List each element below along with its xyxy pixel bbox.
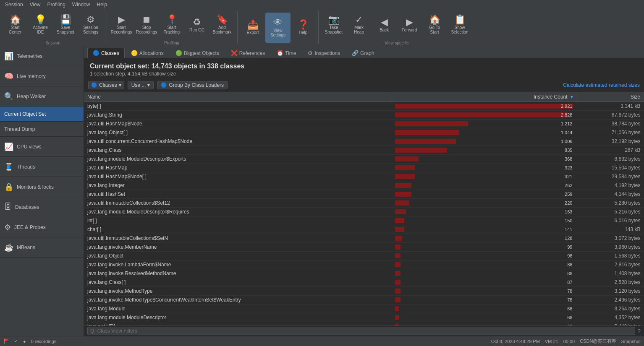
take-snapshot-icon: 📷 — [328, 15, 340, 24]
export-button[interactable]: 📤 Export — [240, 13, 265, 43]
table-row[interactable]: java.util.ImmutableCollections$SetN 128 … — [84, 234, 644, 243]
session-settings-button[interactable]: ⚙ SessionSettings — [78, 10, 103, 40]
tab-time[interactable]: ⏰ Time — [271, 48, 301, 58]
go-to-start-icon: 🏠 — [429, 15, 440, 24]
table-row[interactable]: java.util.HashMap$Node 1,212 38,784 byte… — [84, 120, 644, 128]
tab-inspections[interactable]: ⚙ Inspections — [302, 48, 346, 58]
table-row[interactable]: java.util.HashMap$Node[ ] 321 29,584 byt… — [84, 172, 644, 181]
row-size-cell: 3,072 bytes — [576, 234, 644, 243]
row-name-cell: java.lang.Module — [84, 304, 392, 313]
sidebar-item-telemetries[interactable]: 📊 Telemetries — [0, 46, 84, 66]
sidebar-current-object-set-label: Current Object Set — [4, 111, 46, 117]
table-row[interactable]: java.lang.module.ModuleDescriptor$Export… — [84, 155, 644, 164]
menu-window[interactable]: Window — [69, 2, 94, 8]
table-row[interactable]: char[ ] 141 143 kB — [84, 225, 644, 234]
table-row[interactable]: byte[ ] 2,921 3,341 kB — [84, 102, 644, 111]
table-row[interactable]: java.lang.String 2,828 67,872 bytes — [84, 111, 644, 120]
run-gc-button[interactable]: ♻ Run GC — [184, 10, 209, 40]
classes-select-icon: 🔵 — [91, 82, 97, 88]
sidebar-item-current-object-set[interactable]: Current Object Set — [0, 107, 84, 122]
row-name-cell: java.lang.invoke.MemberName — [84, 243, 392, 252]
start-recordings-button[interactable]: ▶ StartRecordings — [109, 10, 134, 40]
sidebar-item-databases[interactable]: 🗄 Databases — [0, 197, 84, 217]
sidebar-item-mbeans[interactable]: ☕ MBeans — [0, 237, 84, 258]
row-count-cell: 1,006 — [392, 137, 576, 146]
start-tracking-button[interactable]: 📍 StartTracking — [159, 10, 184, 40]
col-size-header[interactable]: Size — [576, 92, 644, 102]
start-tracking-label: StartTracking — [164, 25, 180, 34]
summary-title: Current object set: 14,743 objects in 33… — [90, 62, 638, 70]
table-row[interactable]: java.lang.Object 98 1,568 bytes — [84, 252, 644, 260]
activate-ide-button[interactable]: 💡 ActivateIDE — [28, 10, 53, 40]
sidebar-item-threads[interactable]: 🧵 Threads — [0, 157, 84, 177]
menu-view[interactable]: View — [26, 2, 44, 8]
tab-allocations[interactable]: 🟡 Allocations — [126, 48, 169, 58]
table-row[interactable]: java.lang.invoke.LambdaForm$Name 88 2,81… — [84, 260, 644, 269]
show-selection-button[interactable]: 📋 ShowSelection — [447, 10, 472, 40]
sidebar-item-live-memory[interactable]: 🧠 Live memory — [0, 66, 84, 86]
data-table: Name Instance Count ▾ Size byte[ ] 2,921… — [84, 92, 644, 325]
table-row[interactable]: java.util.HashSet 259 4,144 bytes — [84, 190, 644, 199]
export-label: Export — [247, 30, 259, 35]
group-by-class-loaders-button[interactable]: 🔵 Group By Class Loaders — [157, 81, 228, 89]
table-row[interactable]: java.lang.module.ModuleDescriptor$Requir… — [84, 208, 644, 216]
start-center-button[interactable]: 🏠 StartCenter — [3, 10, 28, 40]
forward-button[interactable]: ▶ Forward — [397, 10, 422, 40]
table-row[interactable]: java.lang.Class[ ] 87 2,528 bytes — [84, 278, 644, 287]
table-row[interactable]: java.lang.invoke.MemberName 99 3,960 byt… — [84, 243, 644, 252]
save-snapshot-button[interactable]: 💾 SaveSnapshot — [53, 10, 78, 40]
table-row[interactable]: java.lang.Object[ ] 1,044 71,056 bytes — [84, 128, 644, 137]
row-name-cell: java.util.ImmutableCollections$Set12 — [84, 199, 392, 208]
sidebar-item-jee-probes[interactable]: ⚙ JEE & Probes — [0, 217, 84, 237]
monitors-locks-icon: 🔒 — [4, 182, 13, 192]
use-button[interactable]: Use ... ▾ — [128, 81, 154, 89]
tab-references[interactable]: ❌ References — [225, 48, 270, 58]
table-row[interactable]: java.util.HashMap 323 15,504 bytes — [84, 164, 644, 172]
calculate-retained-sizes-link[interactable]: Calculate estimated retained sizes — [563, 82, 640, 88]
row-count-cell: 1,044 — [392, 128, 576, 137]
take-snapshot-button[interactable]: 📷 TakeSnapshot — [321, 10, 346, 40]
table-row[interactable]: java.lang.Class 835 267 kB — [84, 146, 644, 155]
col-count-header[interactable]: Instance Count ▾ — [392, 92, 576, 102]
tab-graph[interactable]: 🔗 Graph — [346, 48, 380, 58]
table-row[interactable]: java.lang.Module 68 3,264 bytes — [84, 304, 644, 313]
menu-session[interactable]: Session — [2, 2, 26, 8]
table-row[interactable]: java.lang.Integer 262 4,192 bytes — [84, 181, 644, 190]
add-bookmark-button[interactable]: 🔖 AddBookmark — [209, 10, 235, 40]
stop-recordings-button[interactable]: ⏹ StopRecordings — [134, 10, 159, 40]
biggest-objects-tab-icon: 🟢 — [175, 50, 182, 56]
table-row[interactable]: java.util.concurrent.ConcurrentHashMap$N… — [84, 137, 644, 146]
back-button[interactable]: ◀ Back — [372, 10, 397, 40]
help-label: Help — [299, 30, 308, 35]
sidebar-item-cpu-views[interactable]: 📈 CPU views — [0, 137, 84, 157]
table-row[interactable]: java.lang.invoke.MethodType 78 3,120 byt… — [84, 287, 644, 296]
sidebar-item-monitors-locks[interactable]: 🔒 Monitors & locks — [0, 177, 84, 197]
row-count-cell: 835 — [392, 146, 576, 155]
status-datetime: Oct 8, 2023 4:48:29 PM — [491, 339, 540, 344]
sidebar-monitors-locks-label: Monitors & locks — [17, 184, 54, 190]
tab-time-label: Time — [285, 50, 296, 56]
table-row[interactable]: java.lang.invoke.MethodType$ConcurrentWe… — [84, 296, 644, 304]
sidebar-item-heap-walker[interactable]: 🔍 Heap Walker — [0, 86, 84, 107]
help-button[interactable]: ❓ Help — [291, 13, 316, 43]
mark-heap-button[interactable]: ✓ MarkHeap — [346, 10, 372, 40]
table-row[interactable]: int[ ] 150 6,016 bytes — [84, 216, 644, 225]
start-tracking-icon: 📍 — [166, 15, 178, 24]
filter-input[interactable] — [87, 327, 635, 335]
table-row[interactable]: java.lang.invoke.ResolvedMethodName 88 1… — [84, 269, 644, 278]
sidebar-item-thread-dump[interactable]: Thread Dump — [0, 122, 84, 137]
classes-select-arrow: ▾ — [119, 82, 121, 88]
tab-classes[interactable]: 🔵 Classes — [87, 48, 125, 58]
filter-help-icon[interactable]: ? — [638, 328, 641, 334]
classes-select[interactable]: 🔵 Classes ▾ — [88, 81, 124, 89]
menu-help[interactable]: Help — [94, 2, 111, 8]
table-row[interactable]: java.lang.module.ModuleDescriptor 68 4,3… — [84, 313, 644, 322]
tab-biggest-objects[interactable]: 🟢 Biggest Objects — [170, 48, 225, 58]
view-settings-button[interactable]: 👁 ViewSettings — [265, 13, 291, 43]
table-row[interactable]: java.net.URI 68 5,440 bytes — [84, 322, 644, 326]
go-to-start-button[interactable]: 🏠 Go ToStart — [422, 10, 447, 40]
group-class-loaders-icon: 🔵 — [161, 82, 167, 88]
table-row[interactable]: java.util.ImmutableCollections$Set12 220… — [84, 199, 644, 208]
col-name-header[interactable]: Name — [84, 92, 392, 102]
menu-profiling[interactable]: Profiling — [44, 2, 69, 8]
